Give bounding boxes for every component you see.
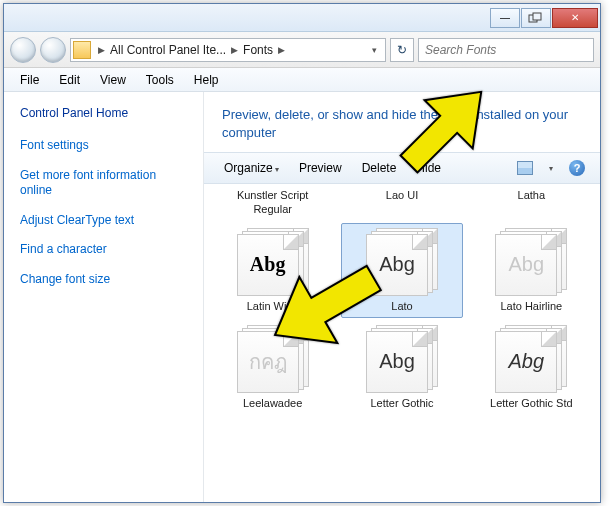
font-sample: Abg	[379, 350, 415, 373]
menu-view[interactable]: View	[90, 73, 136, 87]
font-label: Lato Hairline	[500, 300, 562, 313]
font-item[interactable]: AbgLatin Wide	[212, 223, 333, 318]
font-item[interactable]: AbgLato	[341, 223, 462, 318]
help-icon[interactable]: ?	[568, 159, 586, 177]
menu-tools[interactable]: Tools	[136, 73, 184, 87]
svg-rect-1	[533, 13, 541, 20]
font-grid: AbgKunstler Script RegularLao UILathaAbg…	[204, 184, 600, 502]
sidebar: Control Panel Home Font settings Get mor…	[4, 92, 204, 502]
view-dropdown-icon[interactable]: ▾	[542, 159, 560, 177]
font-label: Kunstler Script Regular	[223, 189, 323, 215]
font-item[interactable]: AbgLetter Gothic Std	[471, 320, 592, 415]
chevron-right-icon: ▶	[275, 45, 288, 55]
sidebar-home[interactable]: Control Panel Home	[20, 106, 187, 120]
body: Control Panel Home Font settings Get mor…	[4, 92, 600, 502]
font-label: Lato	[391, 300, 412, 313]
font-thumbnail: Abg	[237, 228, 309, 296]
font-sample: Abg	[509, 350, 545, 373]
menu-file[interactable]: File	[10, 73, 49, 87]
organize-button[interactable]: Organize	[214, 161, 289, 175]
sidebar-link-find-char[interactable]: Find a character	[20, 242, 187, 258]
sidebar-link-font-settings[interactable]: Font settings	[20, 138, 187, 154]
search-box[interactable]	[418, 38, 594, 62]
sidebar-link-more-info[interactable]: Get more font information online	[20, 168, 187, 199]
minimize-button[interactable]: —	[490, 8, 520, 28]
preview-button[interactable]: Preview	[289, 161, 352, 175]
font-item[interactable]: AbgLato Hairline	[471, 223, 592, 318]
font-thumbnail: Abg	[495, 325, 567, 393]
font-item[interactable]: กคฎLeelawadee	[212, 320, 333, 415]
font-item[interactable]: Lao UI	[341, 188, 462, 220]
folder-icon	[73, 41, 91, 59]
font-label: Latha	[518, 189, 546, 202]
font-item[interactable]: Latha	[471, 188, 592, 220]
close-button[interactable]: ✕	[552, 8, 598, 28]
main-panel: Preview, delete, or show and hide the fo…	[204, 92, 600, 502]
delete-button[interactable]: Delete	[352, 161, 407, 175]
font-thumbnail: Abg	[495, 228, 567, 296]
breadcrumb-seg-1[interactable]: All Control Panel Ite...	[108, 43, 228, 57]
search-input[interactable]	[425, 43, 587, 57]
address-bar: ▶ All Control Panel Ite... ▶ Fonts ▶ ▾ ↻	[4, 32, 600, 68]
font-label: Latin Wide	[247, 300, 299, 313]
titlebar: — ✕	[4, 4, 600, 32]
forward-button[interactable]	[40, 37, 66, 63]
refresh-button[interactable]: ↻	[390, 38, 414, 62]
font-thumbnail: Abg	[366, 325, 438, 393]
font-sample: กคฎ	[249, 346, 287, 378]
font-sample: Abg	[379, 253, 415, 276]
menu-bar: File Edit View Tools Help	[4, 68, 600, 92]
menu-edit[interactable]: Edit	[49, 73, 90, 87]
font-sample: Abg	[509, 253, 545, 276]
breadcrumb[interactable]: ▶ All Control Panel Ite... ▶ Fonts ▶ ▾	[70, 38, 386, 62]
menu-help[interactable]: Help	[184, 73, 229, 87]
font-sample: Abg	[250, 253, 286, 276]
back-button[interactable]	[10, 37, 36, 63]
font-thumbnail: Abg	[366, 228, 438, 296]
maximize-restore-button[interactable]	[521, 8, 551, 28]
font-item[interactable]: AbgLetter Gothic	[341, 320, 462, 415]
sidebar-link-cleartype[interactable]: Adjust ClearType text	[20, 213, 187, 229]
chevron-right-icon: ▶	[95, 45, 108, 55]
chevron-right-icon: ▶	[228, 45, 241, 55]
explorer-window: — ✕ ▶ All Control Panel Ite... ▶ Fonts ▶…	[3, 3, 601, 503]
sidebar-link-font-size[interactable]: Change font size	[20, 272, 187, 288]
breadcrumb-seg-2[interactable]: Fonts	[241, 43, 275, 57]
hide-button[interactable]: Hide	[406, 161, 451, 175]
font-item[interactable]: AbgKunstler Script Regular	[212, 188, 333, 220]
font-label: Letter Gothic	[371, 397, 434, 410]
font-label: Letter Gothic Std	[490, 397, 573, 410]
toolbar: Organize Preview Delete Hide ▾ ?	[204, 152, 600, 184]
view-icon[interactable]	[516, 159, 534, 177]
page-title: Preview, delete, or show and hide the fo…	[204, 92, 600, 152]
font-label: Leelawadee	[243, 397, 302, 410]
font-label: Lao UI	[386, 189, 418, 202]
font-thumbnail: กคฎ	[237, 325, 309, 393]
breadcrumb-dropdown[interactable]: ▾	[365, 45, 383, 55]
